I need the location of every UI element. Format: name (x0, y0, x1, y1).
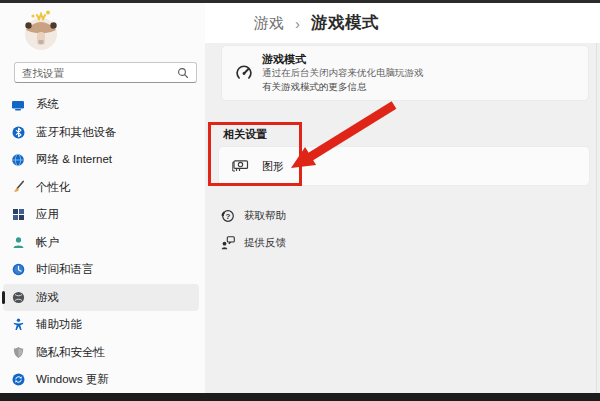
window-bottom-edge (0, 393, 600, 401)
gaming-icon (11, 290, 25, 304)
sidebar-nav: 系统 蓝牙和其他设备 网络 & Internet 个性化 应用 帐户 时间和语言… (0, 91, 205, 394)
accounts-icon (11, 235, 25, 249)
settings-sidebar: 系统 蓝牙和其他设备 网络 & Internet 个性化 应用 帐户 时间和语言… (0, 3, 205, 393)
search-box[interactable] (14, 62, 197, 83)
personalization-icon (11, 180, 25, 194)
sidebar-item-system[interactable]: 系统 (3, 91, 199, 119)
game-mode-card: 游戏模式 通过在后台关闭内容来优化电脑玩游戏 有关游戏模式的更多信息 (221, 45, 589, 101)
related-setting-graphics[interactable]: 图形 (218, 146, 590, 186)
accessibility-icon (11, 318, 25, 332)
svg-text:?: ? (226, 212, 231, 221)
time-language-icon (11, 263, 25, 277)
sidebar-item-accounts[interactable]: 帐户 (3, 229, 199, 257)
graphics-gpu-icon (232, 159, 249, 173)
apps-icon (11, 208, 25, 222)
window-right-edge (596, 43, 597, 393)
sidebar-item-personalization[interactable]: 个性化 (3, 174, 199, 202)
search-icon (177, 67, 189, 79)
game-mode-title: 游戏模式 (262, 52, 424, 66)
sidebar-item-bluetooth-devices[interactable]: 蓝牙和其他设备 (3, 119, 199, 147)
game-mode-description: 通过在后台关闭内容来优化电脑玩游戏 (262, 66, 424, 80)
related-settings-heading: 相关设置 (223, 127, 267, 142)
get-help-icon: ? (221, 209, 235, 223)
breadcrumb-separator-icon: › (295, 15, 300, 32)
page-title: 游戏模式 (311, 12, 379, 34)
bluetooth-icon (11, 125, 25, 139)
sidebar-item-apps[interactable]: 应用 (3, 201, 199, 229)
windows-update-icon (11, 373, 25, 387)
game-mode-more-info-link[interactable]: 有关游戏模式的更多信息 (262, 80, 424, 94)
sidebar-item-gaming[interactable]: 游戏 (3, 284, 199, 312)
get-help-link[interactable]: ? 获取帮助 (221, 209, 286, 223)
breadcrumb: 游戏 › 游戏模式 (254, 12, 379, 34)
feedback-link[interactable]: 提供反馈 (221, 236, 286, 250)
sidebar-item-time-language[interactable]: 时间和语言 (3, 256, 199, 284)
sidebar-item-privacy-security[interactable]: 隐私和安全性 (3, 339, 199, 367)
user-avatar[interactable] (20, 8, 62, 54)
feedback-icon (221, 236, 235, 250)
sidebar-item-windows-update[interactable]: Windows 更新 (3, 366, 199, 394)
breadcrumb-parent[interactable]: 游戏 (254, 14, 284, 33)
game-mode-gauge-icon (235, 64, 253, 86)
privacy-icon (11, 345, 25, 359)
window-top-edge (0, 0, 600, 3)
network-icon (11, 153, 25, 167)
system-icon (11, 98, 25, 112)
sidebar-item-accessibility[interactable]: 辅助功能 (3, 311, 199, 339)
windows-settings-window: 系统 蓝牙和其他设备 网络 & Internet 个性化 应用 帐户 时间和语言… (0, 0, 600, 401)
search-input[interactable] (22, 67, 177, 79)
sidebar-item-network-internet[interactable]: 网络 & Internet (3, 146, 199, 174)
